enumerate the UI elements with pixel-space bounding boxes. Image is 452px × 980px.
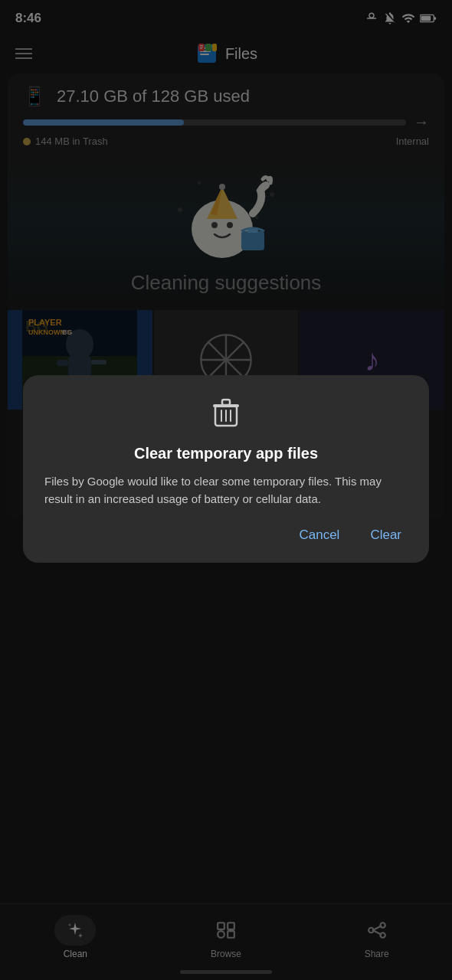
dialog-body: Files by Google would like to clear some… — [44, 473, 408, 508]
dialog-title: Clear temporary app files — [44, 445, 408, 462]
cancel-button[interactable]: Cancel — [293, 524, 346, 546]
dialog-buttons: Cancel Clear — [44, 524, 408, 546]
clear-temp-files-dialog: Clear temporary app files Files by Googl… — [23, 375, 429, 563]
clear-button[interactable]: Clear — [364, 524, 408, 546]
trash-can-icon — [212, 398, 240, 429]
dialog-trash-icon — [44, 398, 408, 434]
dialog-overlay: Clear temporary app files Files by Googl… — [0, 0, 452, 980]
svg-rect-46 — [222, 400, 230, 405]
